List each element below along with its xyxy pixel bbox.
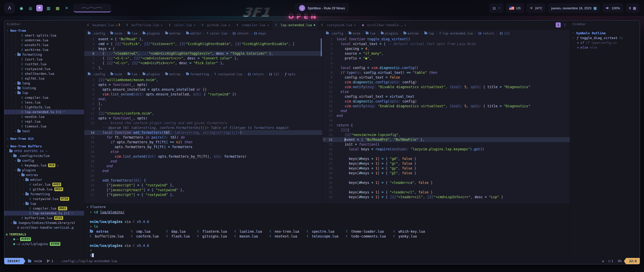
code-line[interactable]: 6 { [1]"<leader>uC", [2]"<cmd>CccHighlig…: [84, 51, 322, 56]
section-neo-tree-git[interactable]: ▾Neo-Tree Git: [4, 136, 84, 141]
tree-item-editor[interactable]: ▾editor: [4, 177, 84, 182]
code-line[interactable]: 9{: [84, 106, 322, 111]
code-line[interactable]: 17end: [323, 113, 570, 118]
code-line[interactable]: 11[1]"stevearc/conform.nvim",: [84, 111, 322, 116]
code-line[interactable]: 5 prefix = "●",: [323, 56, 570, 61]
outline-item-toggle-diag-virtext[interactable]: ▾ƒtoggle_diag_virtextfu: [570, 36, 640, 40]
tree-item-worktree-lua[interactable]: ▾☾worktree.lua: [4, 47, 84, 52]
chevron-down-icon[interactable]: ▾: [14, 91, 17, 94]
power-icon[interactable]: ◉: [18, 5, 25, 11]
tree-item-test[interactable]: ▸test: [4, 129, 84, 133]
swap-icon[interactable]: ◎: [27, 5, 34, 11]
code-line[interactable]: 16 end: [323, 109, 570, 113]
tab-keymaps-lua[interactable]: ☾keymaps.lua⚠3: [84, 20, 123, 29]
tree-item-lsp-extended-lu[interactable]: ▾☾lsp-extended.lu[+]☼: [4, 110, 84, 114]
code-line[interactable]: 25: [323, 152, 570, 156]
tree-item-~-c-n-l-plugins[interactable]: ▾▣~/.c/n/l/plugins#3980: [4, 242, 84, 246]
code-line[interactable]: 27 ["typescript"] = { "rustywind" },: [84, 192, 322, 197]
code-line[interactable]: ☼22 event = { "BufReadPre", "BufNewFile"…: [323, 137, 570, 142]
code-line[interactable]: 7 { [1]"<S-C->", [2]"<cmd>CccConvert<cr>…: [84, 56, 322, 61]
code-line[interactable]: 12opts = function(_, opts): [84, 116, 322, 121]
tree-item-compiler-lua[interactable]: ▾☾compiler.lua#682: [4, 206, 84, 211]
tree-item-juegos-indies-steamlibrary-st[interactable]: ▸Juegos/Indies/SteamLibrary/st: [4, 220, 84, 225]
tree-item-winshift-lua[interactable]: ▾☾winshift.lua: [4, 43, 84, 47]
code-line[interactable]: 12 else: [323, 89, 570, 94]
close-icon[interactable]: ×: [267, 23, 269, 27]
code-line[interactable]: 28 keys[#keys + 1] = { "gy", false }: [323, 166, 570, 171]
date-pill[interactable]: jueves, noviembre 16, 2023 ▦: [548, 3, 600, 13]
code-line[interactable]: 20 end: [84, 159, 322, 164]
chevron-right-icon[interactable]: ▸: [10, 221, 13, 224]
code-line[interactable]: 6: [323, 61, 570, 65]
code-line[interactable]: 4opts = function(_, opts): [84, 82, 322, 87]
code-line[interactable]: 26 ["javascriptreact"] = { "rustywind" }…: [84, 188, 322, 192]
tree-item-config[interactable]: ▾config: [4, 158, 84, 163]
code-line[interactable]: 16 if opts.formatters_by_ft[ft] == nil t…: [84, 140, 322, 145]
tree-item-formatting[interactable]: ▾formatting: [4, 192, 84, 196]
tab-lsp-extended-lua[interactable]: ☾lsp-extended.lua●: [272, 20, 318, 29]
code-line[interactable]: 17 opts.formatters_by_ft[ft] = formatter…: [84, 145, 322, 149]
weather-pill[interactable]: ☀ 24°C: [527, 3, 546, 13]
code-line[interactable]: 25 ["javascript"] = { "rustywind" },: [84, 183, 322, 188]
search-widget[interactable]: [73, 4, 111, 12]
tree-item-open-buffers-in-~[interactable]: ▾OPEN BUFFERS in ~: [4, 149, 84, 153]
tabpage-1[interactable]: 1: [556, 22, 561, 27]
close-icon[interactable]: ×: [194, 23, 196, 27]
code-line[interactable]: 13 config.virtual_text = virtual_text: [323, 94, 570, 99]
code-line[interactable]: 21 [1]"neovim/nvim-lspconfig",: [323, 132, 570, 137]
tree-item-keymaps-lua[interactable]: ▾☾keymaps.lua#10⚠: [4, 163, 84, 168]
code-line[interactable]: 10 vim.diagnostic.config(opts: config): [323, 80, 570, 85]
notes-icon[interactable]: ≡: [63, 5, 70, 11]
code-line[interactable]: 9},: [84, 65, 322, 70]
code-line[interactable]: 24 local keys = require(modname: "lazyvi…: [323, 147, 570, 152]
code-line[interactable]: 9 config.virtual_text = false: [323, 75, 570, 80]
tab-color-lua[interactable]: ☾color.lua×: [166, 20, 199, 29]
music-widget[interactable]: ♪ Spiritbox - Rule Of Nines: [295, 3, 349, 13]
tree-item-lsp[interactable]: ▾lsp: [4, 201, 84, 206]
code-line[interactable]: 23 init = function(): [323, 142, 570, 147]
tree-item-lsp-extended-lu[interactable]: ▾☾lsp-extended.lu[+]☼: [4, 211, 84, 216]
code-line[interactable]: 23: [84, 173, 322, 178]
tree-item-~[interactable]: ▾▣~#2859: [4, 237, 84, 242]
tree-item-lens-lua[interactable]: ▾☾lens.lua: [4, 100, 84, 105]
code-line[interactable]: 21 end: [84, 164, 322, 168]
keyboard-layout-pill[interactable]: US: [506, 3, 524, 13]
code-line[interactable]: 8},: [84, 101, 322, 106]
tree-item-plugins[interactable]: ▾plugins: [4, 168, 84, 173]
outline-item-if[interactable]: ◇ifif type(config.vi: [570, 40, 640, 45]
chevron-down-icon[interactable]: ▾: [18, 174, 21, 176]
tree-item-lang[interactable]: ▸lang: [4, 81, 84, 86]
code-line[interactable]: 14 local function add_formatters(tbl :ta…: [84, 130, 322, 135]
code-line[interactable]: 3event = { "BufRead" },: [84, 37, 322, 42]
code-line[interactable]: 32: [323, 185, 570, 190]
code-line[interactable]: 11 vim.notify(msg: "Disable diagnostics …: [323, 85, 570, 89]
tabpage-2[interactable]: 2: [562, 22, 567, 27]
tree-item-sqlfmt-lua[interactable]: ▾☾sqlfmt.lua: [4, 76, 84, 81]
tree-item-lightbulb-lua[interactable]: ▾☾lightbulb.lua: [4, 105, 84, 110]
tree-item-isort-lua[interactable]: ▾☾isort.lua: [4, 57, 84, 62]
section-symbols-outline[interactable]: ▾ Symbols Outline: [570, 30, 640, 36]
tree-item-linting[interactable]: ▸linting: [4, 86, 84, 90]
code-line[interactable]: 26 keys[#keys + 1] = { "gd", false }: [323, 156, 570, 161]
tree-item-undotree-lua[interactable]: ▾☾undotree.lua: [4, 38, 84, 43]
code-line[interactable]: 19return {: [323, 123, 570, 128]
tree-item-extras[interactable]: ▾extras: [4, 173, 84, 177]
code-line[interactable]: 7end,: [84, 97, 322, 101]
chevron-down-icon[interactable]: ▾: [22, 202, 25, 205]
chevron-down-icon[interactable]: ▾: [14, 53, 17, 56]
code-line[interactable]: ---@param tbl table<string, conform.Form…: [84, 125, 322, 130]
code-line[interactable]: 3 spacing = 4,: [323, 46, 570, 51]
chevron-down-icon[interactable]: ▾: [14, 169, 17, 172]
code-line[interactable]: 5 opts.ensure_installed = opts.ensure_in…: [84, 87, 322, 92]
code-line[interactable]: 2 local virtual_text = { -- Default virt…: [323, 42, 570, 46]
editor-pane-color-lua[interactable]: .config›nvim›lua›plugins›extras›editor›☾…: [84, 30, 322, 71]
code-line[interactable]: 31 keys[#keys + 1] = { "<leader>ca", fal…: [323, 180, 570, 185]
close-icon[interactable]: ×: [161, 23, 163, 27]
tree-item-rustywind-lua[interactable]: ▾☾rustywind.lua: [4, 66, 84, 71]
code-line[interactable]: 5keys = {: [84, 46, 322, 51]
layout-icon[interactable]: ▥: [45, 5, 52, 11]
code-line[interactable]: 7 local config = vim.diagnostic.config(): [323, 65, 570, 70]
chevron-right-icon[interactable]: ▸: [14, 82, 17, 85]
code-line[interactable]: 1local function toggle_diag_virtext(): [323, 37, 570, 42]
code-line[interactable]: 24 add_formatters(tbl: {: [84, 178, 322, 183]
